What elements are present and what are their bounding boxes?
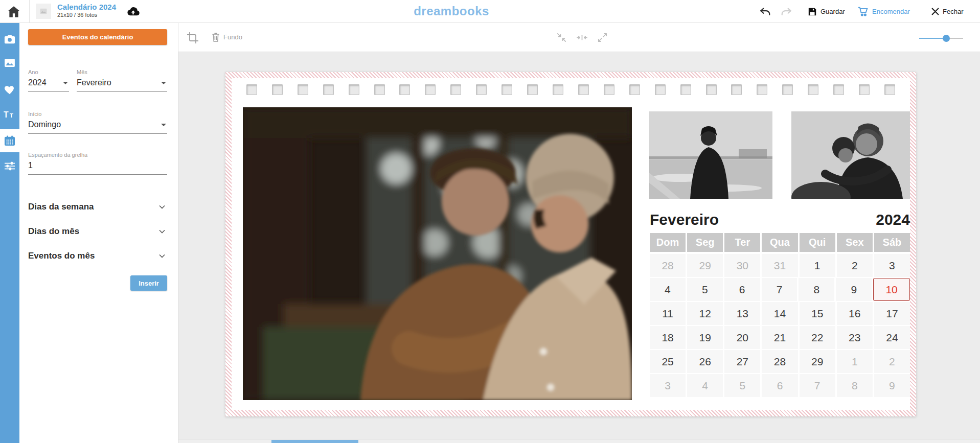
- main-photo[interactable]: [243, 107, 632, 400]
- calendar-day-cell[interactable]: 15: [800, 302, 835, 325]
- calendar-day-cell[interactable]: 20: [724, 326, 760, 349]
- small-photo-left[interactable]: [649, 111, 772, 199]
- undo-icon: [760, 8, 771, 16]
- binding-hole: [808, 84, 818, 95]
- calendar-day-cell[interactable]: 27: [724, 350, 760, 373]
- calendar-day-cell[interactable]: 28: [762, 350, 797, 373]
- calendar-day-cell[interactable]: 6: [724, 278, 760, 301]
- calendar-day-cell[interactable]: 6: [762, 374, 797, 397]
- sidebar-item-adjustments[interactable]: [0, 154, 19, 178]
- calendar-day-cell[interactable]: 9: [836, 278, 872, 301]
- expand-diagonal-icon[interactable]: [597, 32, 608, 43]
- sidebar-item-favorites[interactable]: [0, 78, 19, 101]
- binding-hole: [450, 84, 461, 95]
- panel-sections: Dias da semanaDias do mêsEventos do mês: [28, 195, 167, 268]
- weekday-header: Seg: [687, 233, 723, 252]
- calendar-day-cell[interactable]: 31: [762, 254, 797, 277]
- calendar-day-cell[interactable]: 9: [874, 374, 910, 397]
- calendar-day-cell[interactable]: 24: [874, 326, 910, 349]
- calendar-day-cell[interactable]: 4: [650, 278, 686, 301]
- calendar-day-cell[interactable]: 14: [762, 302, 797, 325]
- cloud-sync-button[interactable]: [126, 6, 140, 17]
- calendar-page[interactable]: Fevereiro 2024 DomSegTerQuaQuiSexSáb 282…: [225, 72, 916, 416]
- calendar-day-cell[interactable]: 3: [874, 254, 910, 277]
- project-thumbnail[interactable]: [36, 4, 51, 19]
- grid-spacing-input[interactable]: Espaçamento da grelha 1: [28, 152, 167, 175]
- calendar-day-cell[interactable]: 29: [800, 350, 835, 373]
- calendar-day-cell[interactable]: 17: [874, 302, 910, 325]
- calendar-day-cell[interactable]: 30: [724, 254, 760, 277]
- home-button[interactable]: [7, 6, 20, 18]
- binding-hole: [757, 84, 767, 95]
- zoom-slider-thumb[interactable]: [943, 35, 950, 42]
- sidebar-item-photos[interactable]: [0, 27, 19, 51]
- binding-hole: [323, 84, 334, 95]
- binding-hole: [629, 84, 640, 95]
- canvas-toolbar: Fundo: [178, 23, 980, 52]
- calendar-day-cell[interactable]: 8: [837, 374, 873, 397]
- binding-hole: [425, 84, 436, 95]
- week-start-select[interactable]: Início Domingo: [28, 111, 167, 134]
- section-dias-do-mes[interactable]: Dias do mês: [28, 219, 167, 244]
- binding-hole: [578, 84, 589, 95]
- year-select[interactable]: Ano 2024: [28, 69, 69, 92]
- calendar-day-cell[interactable]: 18: [650, 326, 686, 349]
- calendar-day-cell[interactable]: 28: [650, 254, 686, 277]
- close-button[interactable]: Fechar: [931, 0, 963, 23]
- calendar-day-cell[interactable]: 8: [799, 278, 834, 301]
- calendar-day-cell[interactable]: 21: [762, 326, 797, 349]
- undo-button[interactable]: [760, 0, 771, 23]
- binding-hole: [527, 84, 538, 95]
- calendar-day-cell[interactable]: 2: [837, 254, 873, 277]
- calendar-day-cell-highlighted[interactable]: 10: [873, 278, 910, 301]
- calendar-day-cell[interactable]: 1: [837, 350, 873, 373]
- calendar-day-cell[interactable]: 13: [724, 302, 760, 325]
- picture-icon: [40, 8, 47, 14]
- heart-icon: [4, 84, 15, 95]
- calendar-day-cell[interactable]: 5: [687, 278, 723, 301]
- calendar-day-cell[interactable]: 4: [687, 374, 723, 397]
- thumbnail-strip-indicator[interactable]: [271, 440, 358, 443]
- calendar-day-cell[interactable]: 12: [687, 302, 723, 325]
- calendar-day-cell[interactable]: 7: [762, 278, 797, 301]
- calendar-day-cell[interactable]: 23: [837, 326, 873, 349]
- sidebar-item-images[interactable]: [0, 51, 19, 75]
- collapse-diagonal-icon[interactable]: [556, 32, 567, 43]
- calendar-day-cell[interactable]: 3: [650, 374, 686, 397]
- redo-button[interactable]: [781, 0, 792, 23]
- calendar-day-cell[interactable]: 29: [687, 254, 723, 277]
- delete-background-button[interactable]: Fundo: [211, 32, 242, 42]
- sidebar-item-text[interactable]: TT: [0, 103, 19, 127]
- close-icon: [931, 8, 939, 15]
- save-button[interactable]: Guardar: [808, 0, 845, 23]
- crop-button[interactable]: [187, 32, 199, 44]
- calendar-day-cell[interactable]: 19: [687, 326, 723, 349]
- binding-hole: [655, 84, 666, 95]
- order-label: Encomendar: [872, 8, 910, 15]
- calendar-day-cell[interactable]: 5: [724, 374, 760, 397]
- svg-text:T: T: [4, 110, 9, 119]
- small-photo-right[interactable]: [791, 111, 910, 199]
- section-eventos-do-mes[interactable]: Eventos do mês: [28, 244, 167, 268]
- binding-hole: [374, 84, 385, 95]
- order-button[interactable]: Encomendar: [858, 0, 910, 23]
- calendar-day-cell[interactable]: 25: [650, 350, 686, 373]
- project-info[interactable]: Calendário 2024 21x10 / 36 fotos: [57, 3, 116, 18]
- month-select[interactable]: Mês Fevereiro: [77, 69, 167, 92]
- calendar-day-cell[interactable]: 7: [800, 374, 835, 397]
- calendar-events-button[interactable]: Eventos do calendário: [28, 29, 167, 45]
- grid-spacing-value: 1: [28, 161, 33, 170]
- floppy-disk-icon: [808, 7, 817, 16]
- calendar-day-cell[interactable]: 1: [800, 254, 835, 277]
- swap-horizontal-icon[interactable]: [576, 32, 588, 43]
- insert-button[interactable]: Inserir: [130, 275, 167, 291]
- calendar-day-cell[interactable]: 16: [837, 302, 873, 325]
- calendar-day-cell[interactable]: 26: [687, 350, 723, 373]
- calendar-day-cell[interactable]: 22: [800, 326, 835, 349]
- binding-hole: [553, 84, 563, 95]
- section-dias-da-semana[interactable]: Dias da semana: [28, 195, 167, 219]
- zoom-slider[interactable]: [919, 35, 963, 42]
- calendar-day-cell[interactable]: 2: [874, 350, 910, 373]
- sidebar-item-calendar[interactable]: [0, 129, 19, 152]
- calendar-day-cell[interactable]: 11: [650, 302, 686, 325]
